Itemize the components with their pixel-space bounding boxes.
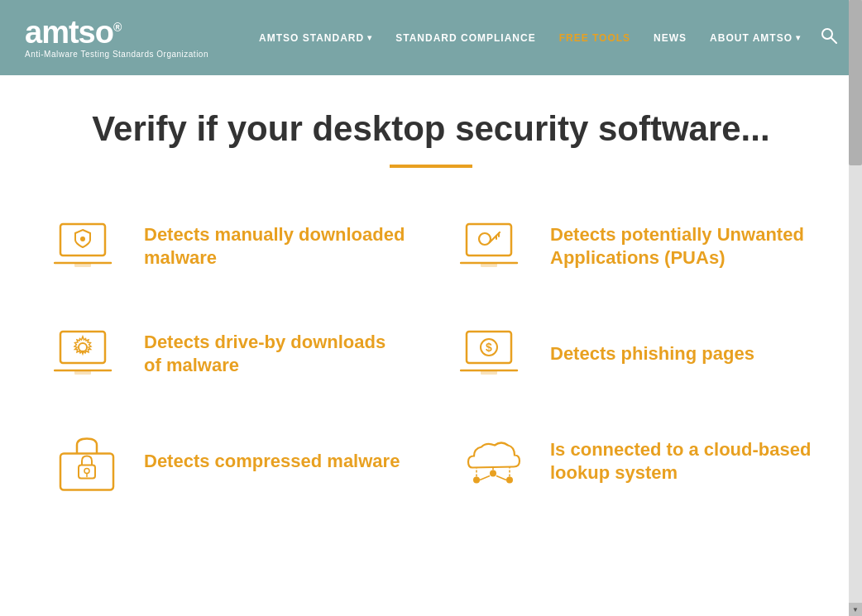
svg-point-5	[80, 236, 85, 241]
svg-rect-8	[481, 263, 497, 267]
logo-area: amtso® Anti-Malware Testing Standards Or…	[25, 17, 208, 59]
svg-rect-22	[60, 454, 113, 490]
svg-point-16	[79, 343, 87, 351]
nav-link-amtso-standard[interactable]: AMTSO STANDARD ▾	[247, 26, 384, 50]
briefcase-lock-icon	[50, 424, 124, 499]
feature-text-cloud: Is connected to a cloud-based lookup sys…	[550, 438, 812, 485]
svg-line-1	[831, 38, 836, 43]
nav-item-news[interactable]: NEWS	[642, 26, 698, 50]
feature-text-compressed: Detects compressed malware	[144, 450, 400, 474]
scrollbar-thumb[interactable]	[849, 0, 862, 165]
svg-point-0	[822, 29, 832, 39]
laptop-shield-icon	[50, 209, 124, 284]
svg-line-29	[480, 476, 490, 480]
page-title: Verify if your desktop security software…	[50, 108, 812, 150]
svg-point-28	[506, 477, 513, 484]
svg-rect-4	[74, 263, 91, 267]
chevron-down-icon: ▾	[367, 33, 372, 42]
svg-point-26	[473, 477, 480, 484]
nav-link-standard-compliance[interactable]: STANDARD COMPLIANCE	[384, 26, 547, 50]
nav-item-standard-compliance[interactable]: STANDARD COMPLIANCE	[384, 26, 547, 50]
feature-text-manually-downloaded: Detects manually downloaded malware	[144, 223, 406, 270]
laptop-dollar-icon: $	[456, 317, 530, 391]
chevron-down-icon-about: ▾	[796, 33, 801, 42]
registered-mark: ®	[113, 21, 121, 34]
nav-link-free-tools[interactable]: FREE TOOLS	[548, 26, 642, 50]
svg-rect-6	[467, 224, 511, 255]
nav-item-free-tools[interactable]: FREE TOOLS	[548, 26, 642, 50]
feature-item-pua: Detects potentially Unwanted Application…	[456, 209, 812, 284]
svg-line-30	[496, 476, 506, 480]
svg-point-24	[84, 469, 89, 474]
svg-text:$: $	[486, 341, 492, 354]
navbar: amtso® Anti-Malware Testing Standards Or…	[0, 0, 862, 75]
laptop-key-icon	[456, 209, 530, 284]
nav-link-news[interactable]: NEWS	[642, 26, 698, 50]
nav-item-amtso-standard[interactable]: AMTSO STANDARD ▾	[247, 26, 384, 50]
cloud-nodes-icon	[456, 424, 530, 499]
feature-item-drive-by: Detects drive-by downloads of malware	[50, 317, 406, 391]
search-icon[interactable]	[821, 27, 837, 48]
scrollbar-track[interactable]: ▲ ▼	[849, 0, 862, 548]
nav-item-about-amtso[interactable]: ABOUT AMTSO ▾	[698, 26, 812, 50]
main-content: Verify if your desktop security software…	[0, 75, 862, 548]
svg-rect-19	[481, 370, 497, 375]
svg-point-9	[479, 233, 491, 245]
feature-item-manually-downloaded: Detects manually downloaded malware	[50, 209, 406, 284]
title-underline	[390, 165, 472, 168]
feature-text-phishing: Detects phishing pages	[550, 342, 754, 366]
feature-item-phishing: $ Detects phishing pages	[456, 317, 812, 391]
features-grid: Detects manually downloaded malware Dete…	[50, 209, 812, 499]
logo-tagline: Anti-Malware Testing Standards Organizat…	[25, 50, 208, 59]
nav-link-about-amtso[interactable]: ABOUT AMTSO ▾	[698, 26, 812, 50]
laptop-gear-icon	[50, 317, 124, 391]
svg-rect-15	[74, 370, 91, 375]
feature-text-pua: Detects potentially Unwanted Application…	[550, 223, 812, 270]
svg-point-27	[490, 470, 496, 477]
feature-item-cloud: Is connected to a cloud-based lookup sys…	[456, 424, 812, 499]
feature-item-compressed: Detects compressed malware	[50, 424, 406, 499]
feature-text-drive-by: Detects drive-by downloads of malware	[144, 331, 406, 378]
logo: amtso®	[25, 17, 208, 48]
nav-links: AMTSO STANDARD ▾ STANDARD COMPLIANCE FRE…	[247, 26, 812, 50]
